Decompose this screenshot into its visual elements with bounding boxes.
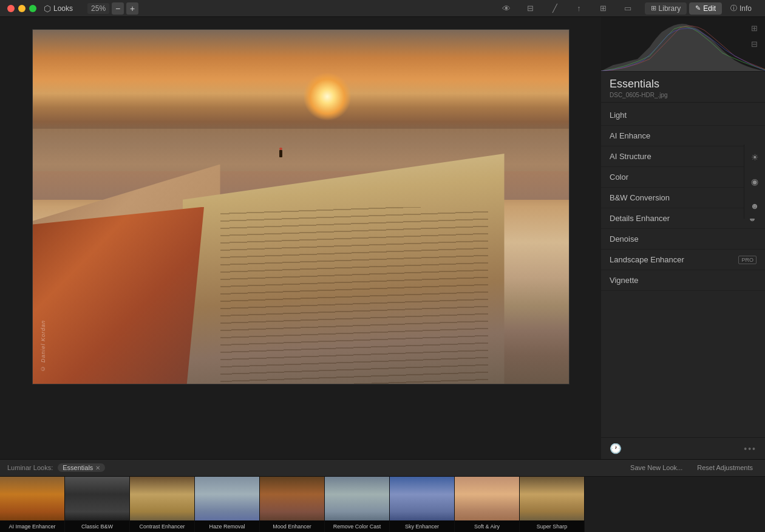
- color-sun-icon[interactable]: ☀: [748, 151, 761, 164]
- filmstrip-label: Remove Color Cast: [325, 520, 389, 532]
- grid-icon[interactable]: ⊞: [596, 1, 611, 16]
- filmstrip-item-8[interactable]: Super Sharp: [520, 477, 585, 532]
- face-icon[interactable]: ☻: [748, 199, 761, 213]
- zoom-level[interactable]: 25%: [87, 3, 109, 14]
- figure: [279, 150, 282, 157]
- filmstrip-thumbnail: [195, 477, 259, 520]
- panel-items: LightAI EnhanceAI StructureColor☀B&W Con…: [601, 103, 765, 437]
- cliff-striations: [220, 207, 489, 384]
- more-icon[interactable]: •••: [744, 444, 756, 454]
- photo-watermark: © Daniel Kordan: [40, 320, 46, 372]
- looks-label: Looks: [53, 4, 73, 13]
- essentials-close-icon[interactable]: ✕: [95, 465, 100, 471]
- panel-item-ai-structure[interactable]: AI Structure: [601, 146, 765, 167]
- filmstrip-thumbnail: [390, 477, 454, 520]
- filmstrip-item-5[interactable]: Remove Color Cast: [325, 477, 390, 532]
- panel-item-label: AI Structure: [610, 152, 651, 161]
- essentials-label: Essentials: [63, 464, 93, 471]
- toolbar-tools: 👁 ⊟ ╱ ↑ ⊞ ▭: [499, 1, 635, 16]
- panel-item-denoise[interactable]: Denoise: [601, 229, 765, 250]
- panel-header: Essentials DSC_0605-HDR_.jpg: [601, 72, 765, 103]
- filmstrip: AI Image EnhancerClassic B&WContrast Enh…: [0, 477, 765, 532]
- filmstrip-label: Mood Enhancer: [260, 520, 324, 532]
- histogram-expand-icon[interactable]: ⊞: [748, 22, 760, 34]
- minimize-button[interactable]: [18, 5, 25, 12]
- library-icon: ⊞: [651, 4, 656, 12]
- panel-filename: DSC_0605-HDR_.jpg: [610, 92, 756, 98]
- histogram-split-icon[interactable]: ⊟: [748, 38, 760, 50]
- panel-item-label: Vignette: [610, 276, 638, 285]
- panel-item-landscape-enhancer[interactable]: Landscape EnhancerPRO: [601, 250, 765, 270]
- eye-icon[interactable]: 👁: [499, 1, 514, 16]
- filmstrip-item-6[interactable]: Sky Enhancer: [390, 477, 455, 532]
- main-area: © Daniel Kordan ⊞ ⊟ E: [0, 17, 765, 459]
- red-terrain: [33, 207, 205, 384]
- edit-button[interactable]: ✎ Edit: [689, 2, 722, 15]
- looks-icon: ⬡: [44, 4, 51, 13]
- luminar-looks-label: Luminar Looks:: [7, 464, 53, 471]
- filmstrip-item-1[interactable]: Classic B&W: [65, 477, 130, 532]
- titlebar-right: ⊞ Library ✎ Edit ⓘ Info: [645, 2, 758, 15]
- panel-item-details-enhancer[interactable]: Details Enhancer☻: [601, 208, 765, 229]
- panel-item-vignette[interactable]: Vignette: [601, 270, 765, 291]
- filmstrip-label: Sky Enhancer: [390, 520, 454, 532]
- histogram-icon[interactable]: ╱: [548, 1, 562, 16]
- info-label: Info: [739, 4, 752, 13]
- pro-badge: PRO: [738, 256, 756, 264]
- filmstrip-item-0[interactable]: AI Image Enhancer: [0, 477, 65, 532]
- zoom-out-button[interactable]: −: [112, 2, 124, 15]
- bottom-toolbar: Luminar Looks: Essentials ✕ Save New Loo…: [0, 460, 765, 477]
- panel-title: Essentials: [610, 78, 756, 90]
- traffic-lights: [7, 5, 36, 12]
- right-panel: ⊞ ⊟ Essentials DSC_0605-HDR_.jpg LightAI…: [601, 17, 765, 459]
- photo-container: © Daniel Kordan: [32, 29, 570, 384]
- info-icon: ⓘ: [730, 4, 737, 13]
- library-label: Library: [659, 4, 681, 13]
- filmstrip-label: Soft & Airy: [455, 520, 519, 532]
- panel-item-light[interactable]: Light: [601, 105, 765, 126]
- panel-item-label: Light: [610, 111, 627, 120]
- panel-item-bw-conversion[interactable]: B&W Conversion◉: [601, 188, 765, 208]
- watermark-line1: © Daniel Kordan: [40, 320, 46, 372]
- compare-icon[interactable]: ⊟: [523, 1, 538, 16]
- panel-item-color[interactable]: Color☀: [601, 167, 765, 188]
- filmstrip-thumbnail: [520, 477, 584, 520]
- histogram-chart: [601, 17, 765, 71]
- info-button[interactable]: ⓘ Info: [724, 2, 758, 15]
- filmstrip-thumbnail: [455, 477, 519, 520]
- filmstrip-item-4[interactable]: Mood Enhancer: [260, 477, 325, 532]
- filmstrip-thumbnail: [0, 477, 64, 520]
- app-mode-looks[interactable]: ⬡ Looks: [44, 4, 73, 13]
- close-button[interactable]: [7, 5, 15, 12]
- titlebar: ⬡ Looks 25% − + 👁 ⊟ ╱ ↑ ⊞ ▭ ⊞ Library ✎ …: [0, 0, 765, 17]
- filmstrip-thumbnail: [260, 477, 324, 520]
- fullscreen-button[interactable]: [29, 5, 36, 12]
- filmstrip-label: Super Sharp: [520, 520, 584, 532]
- edit-label: Edit: [703, 4, 716, 13]
- library-button[interactable]: ⊞ Library: [645, 2, 687, 15]
- sun-glow: [303, 72, 352, 121]
- export-icon[interactable]: ↑: [572, 1, 586, 16]
- clock-icon[interactable]: 🕐: [610, 443, 622, 454]
- filmstrip-thumbnail: [130, 477, 194, 520]
- edit-icon: ✎: [695, 4, 701, 12]
- color-wheel-icon[interactable]: ◉: [748, 175, 761, 188]
- zoom-controls: 25% − +: [87, 2, 138, 15]
- save-new-look-button[interactable]: Save New Look...: [625, 463, 687, 472]
- filmstrip-item-2[interactable]: Contrast Enhancer: [130, 477, 195, 532]
- panel-item-label: Denoise: [610, 234, 639, 244]
- filmstrip-item-7[interactable]: Soft & Airy: [455, 477, 520, 532]
- filmstrip-thumbnail: [325, 477, 389, 520]
- layout-icon[interactable]: ▭: [620, 1, 635, 16]
- panel-item-ai-enhance[interactable]: AI Enhance: [601, 126, 765, 146]
- filmstrip-label: AI Image Enhancer: [0, 520, 64, 532]
- reset-adjustments-button[interactable]: Reset Adjustments: [692, 463, 758, 472]
- panel-item-label: Details Enhancer: [610, 214, 670, 223]
- filmstrip-item-3[interactable]: Haze Removal: [195, 477, 260, 532]
- canvas-area: © Daniel Kordan: [0, 17, 601, 459]
- essentials-badge[interactable]: Essentials ✕: [58, 463, 105, 472]
- histogram-area: ⊞ ⊟: [601, 17, 765, 72]
- panel-item-label: Landscape Enhancer: [610, 255, 684, 264]
- zoom-in-button[interactable]: +: [126, 2, 138, 15]
- filmstrip-label: Contrast Enhancer: [130, 520, 194, 532]
